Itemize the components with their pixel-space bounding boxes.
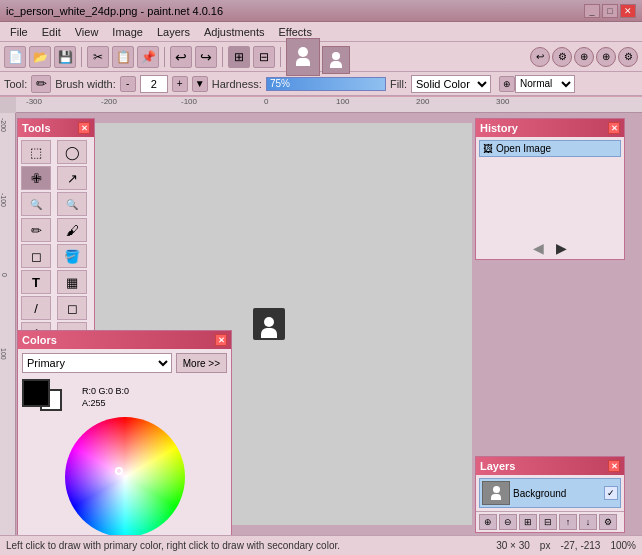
brush-width-minus[interactable]: - [120,76,136,92]
view-button[interactable]: ⊟ [253,46,275,68]
save-button[interactable]: 💾 [54,46,76,68]
layer-remove-btn[interactable]: ⊖ [499,514,517,530]
ruler-horizontal: -300 -200 -100 0 100 200 300 [16,97,642,113]
brush-width-input[interactable] [140,75,168,93]
tool-line[interactable]: / [21,296,51,320]
paste-button[interactable]: 📌 [137,46,159,68]
copy-button[interactable]: 📋 [112,46,134,68]
blend-mode-select[interactable]: Normal [515,75,575,93]
tool-zoom-out[interactable]: 🔍 [57,192,87,216]
color-wheel-gradient[interactable] [65,417,185,537]
toolbar-separator [81,47,82,67]
status-bar: Left click to draw with primary color, r… [0,535,642,555]
color-channel-select[interactable]: Primary [22,353,172,373]
cut-button[interactable]: ✂ [87,46,109,68]
layer-dup-btn[interactable]: ⊞ [519,514,537,530]
menu-image[interactable]: Image [106,24,149,40]
undo-button[interactable]: ↩ [170,46,192,68]
qa-icon-5[interactable]: ⚙ [618,47,638,67]
ruler-vlabel-0: 0 [1,273,8,277]
fill-select[interactable]: Solid Color [411,75,491,93]
tool-brush[interactable]: 🖌 [57,218,87,242]
colors-panel-close[interactable]: ✕ [215,334,227,346]
tools-panel-header: Tools ✕ [18,119,94,137]
tool-move-sel[interactable]: ↗ [57,166,87,190]
qa-icon-4[interactable]: ⊕ [596,47,616,67]
layer-down-btn[interactable]: ↓ [579,514,597,530]
tool-fill[interactable]: 🪣 [57,244,87,268]
colors-panel-title: Colors [22,334,57,346]
tool-gradient[interactable]: ▦ [57,270,87,294]
ruler-label-0: 0 [264,97,268,106]
primary-label: R:0 G:0 B:0 [82,386,129,396]
toolbar-separator-2 [164,47,165,67]
brush-width-plus[interactable]: + [172,76,188,92]
qa-icon-3[interactable]: ⊕ [574,47,594,67]
layer-props-btn[interactable]: ⚙ [599,514,617,530]
history-list: 🖼 Open Image [476,137,624,237]
tool-options-bar: Tool: ✏ Brush width: - + ▼ Hardness: 75%… [0,72,642,96]
layer-visible-check[interactable]: ✓ [604,486,618,500]
layers-panel-title: Layers [480,460,515,472]
qa-icon-1[interactable]: ↩ [530,47,550,67]
color-cursor [115,467,123,475]
colors-more-button[interactable]: More >> [176,353,227,373]
hardness-bar[interactable]: 75% [266,77,386,91]
tool-pencil[interactable]: ✏ [21,218,51,242]
main-toolbar: 📄 📂 💾 ✂ 📋 📌 ↩ ↪ ⊞ ⊟ ↩ ⚙ ⊕ ⊕ ⚙ [0,42,642,72]
layer-item-background[interactable]: Background ✓ [479,478,621,508]
tools-panel-close[interactable]: ✕ [78,122,90,134]
tools-grid: ⬚ ◯ ✙ ↗ 🔍 🔍 ✏ 🖌 ◻ 🪣 T ▦ / ◻ ⬡ ♦ [18,137,94,349]
menu-edit[interactable]: Edit [36,24,67,40]
status-coords: -27, -213 [560,540,600,551]
status-size: 30 × 30 [496,540,530,551]
new-button[interactable]: 📄 [4,46,26,68]
open-button[interactable]: 📂 [29,46,51,68]
history-panel-close[interactable]: ✕ [608,122,620,134]
menu-view[interactable]: View [69,24,105,40]
layer-thumbnail [482,481,510,505]
status-zoom: 100% [610,540,636,551]
tool-move[interactable]: ✙ [21,166,51,190]
tools-panel-title: Tools [22,122,51,134]
layer-up-btn[interactable]: ↑ [559,514,577,530]
colors-panel-header: Colors ✕ [18,331,231,349]
history-redo-btn[interactable]: ▶ [552,240,571,256]
maximize-button[interactable]: □ [602,4,618,18]
colors-controls: Primary More >> [18,349,231,377]
history-panel-header: History ✕ [476,119,624,137]
tool-shapes[interactable]: ◻ [57,296,87,320]
primary-color-swatch[interactable] [22,379,50,407]
color-wheel-white-overlay [65,417,185,537]
tool-zoom-in[interactable]: 🔍 [21,192,51,216]
history-undo-btn[interactable]: ◀ [529,240,548,256]
layer-merge-btn[interactable]: ⊟ [539,514,557,530]
ruler-label-n200: -200 [101,97,117,106]
ruler-label-n300: -300 [26,97,42,106]
layer-add-btn[interactable]: ⊕ [479,514,497,530]
tool-rect-select[interactable]: ⬚ [21,140,51,164]
history-item-label: Open Image [496,143,551,154]
close-button[interactable]: ✕ [620,4,636,18]
tool-eraser[interactable]: ◻ [21,244,51,268]
title-bar-controls[interactable]: _ □ ✕ [584,4,636,18]
minimize-button[interactable]: _ [584,4,600,18]
menu-adjustments[interactable]: Adjustments [198,24,271,40]
layers-panel-close[interactable]: ✕ [608,460,620,472]
color-wheel[interactable] [65,417,185,537]
qa-icon-2[interactable]: ⚙ [552,47,572,67]
menu-layers[interactable]: Layers [151,24,196,40]
menu-file[interactable]: File [4,24,34,40]
redo-button[interactable]: ↪ [195,46,217,68]
brush-width-label: Brush width: [55,78,116,90]
ruler-label-200: 200 [416,97,429,106]
active-tool-icon[interactable]: ✏ [31,75,51,93]
tool-text[interactable]: T [21,270,51,294]
tool-lasso[interactable]: ◯ [57,140,87,164]
history-item-open[interactable]: 🖼 Open Image [479,140,621,157]
layers-panel: Layers ✕ Background ✓ ⊕ ⊖ ⊞ ⊟ ↑ ↓ ⚙ [475,456,625,533]
blend-mode-icon[interactable]: ⊕ [499,76,515,92]
toolbar-separator-4 [280,47,281,67]
brush-width-dropdown[interactable]: ▼ [192,76,208,92]
grid-button[interactable]: ⊞ [228,46,250,68]
